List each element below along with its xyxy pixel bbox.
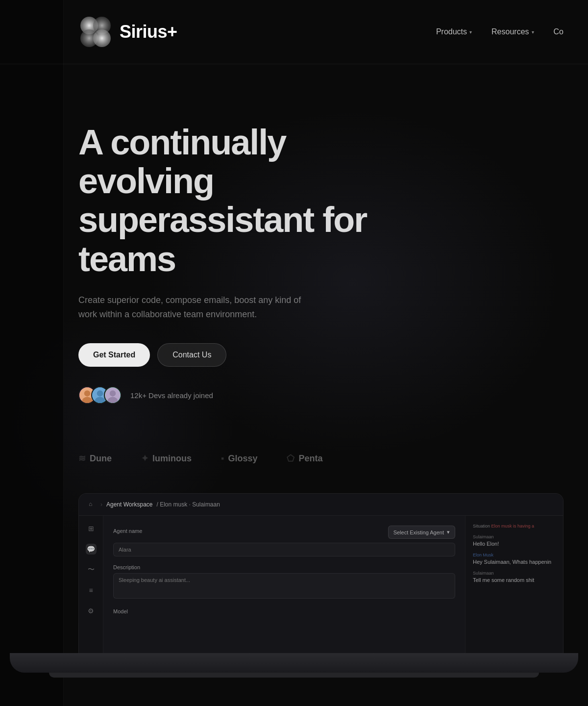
navbar: Sirius+ Products ▾ Resources ▾ Co <box>0 0 588 64</box>
social-proof: 12k+ Devs already joined <box>78 386 510 404</box>
sidebar-grid-icon[interactable]: ⊞ <box>86 523 97 534</box>
nav-company[interactable]: Co <box>554 27 564 36</box>
sidebar-settings-icon[interactable]: ⚙ <box>86 605 97 616</box>
avatar <box>104 386 122 404</box>
brand-luminous: ✦ luminous <box>141 453 192 464</box>
contact-us-button[interactable]: Contact Us <box>157 343 226 367</box>
select-existing-agent-button[interactable]: Select Existing Agent ▾ <box>388 526 455 539</box>
hero-subtitle: Create superior code, compose emails, bo… <box>78 293 314 322</box>
situation-label: Situation <box>473 524 491 529</box>
chat-message-3: Sulaimaan Tell me some random shit <box>473 571 556 583</box>
luminous-icon: ✦ <box>141 453 148 464</box>
home-icon: ⌂ <box>89 501 97 508</box>
description-input[interactable] <box>113 573 455 599</box>
social-proof-text: 12k+ Devs already joined <box>130 391 213 400</box>
get-started-button[interactable]: Get Started <box>78 343 150 367</box>
breadcrumb-path: / Elon musk · Sulaimaan <box>157 501 220 508</box>
glossy-icon: ▪ <box>221 454 224 464</box>
chat-sender-name: Sulaimaan <box>473 534 556 539</box>
chevron-down-icon: ▾ <box>469 29 472 35</box>
model-label: Model <box>113 608 455 614</box>
hero-title: A continually evolving superassistant fo… <box>78 123 421 278</box>
description-label: Description <box>113 564 455 570</box>
situation-text: Elon musk is having a <box>491 524 535 529</box>
agent-name-input[interactable] <box>113 543 455 556</box>
laptop-bezel <box>10 653 578 673</box>
app-breadcrumb: ⌂ › Agent Workspace / Elon musk · Sulaim… <box>79 494 563 516</box>
chevron-down-icon: ▾ <box>532 29 534 35</box>
chevron-down-icon: ▾ <box>447 529 450 535</box>
sidebar-chart-icon[interactable]: 〜 <box>86 564 97 575</box>
cta-buttons: Get Started Contact Us <box>78 343 510 367</box>
svg-point-11 <box>110 391 116 397</box>
nav-products[interactable]: Products ▾ <box>436 27 472 36</box>
chat-situation: Situation Elon musk is having a <box>473 523 556 529</box>
penta-icon: ⬠ <box>287 453 294 464</box>
chat-panel: Situation Elon musk is having a Sulaimaa… <box>465 516 563 653</box>
chat-sender-name: Sulaimaan <box>473 571 556 576</box>
nav-links: Products ▾ Resources ▾ Co <box>436 27 564 36</box>
sidebar-chat-icon[interactable]: 💬 <box>86 544 97 555</box>
sidebar-list-icon[interactable]: ≡ <box>86 585 97 596</box>
agent-name-row: Agent name Select Existing Agent ▾ <box>113 526 455 539</box>
app-body: ⊞ 💬 〜 ≡ ⚙ Agent name Select Existing Age… <box>79 516 563 653</box>
logo-icon <box>78 15 113 49</box>
chat-text: Tell me some random shit <box>473 577 556 583</box>
chat-text: Hey Sulaimaan, Whats happenin <box>473 559 556 565</box>
brand-penta: ⬠ Penta <box>287 453 322 464</box>
app-preview: ⌂ › Agent Workspace / Elon musk · Sulaim… <box>78 493 564 653</box>
chat-message-1: Sulaimaan Hello Elon! <box>473 534 556 547</box>
agent-name-group <box>113 543 455 556</box>
description-group: Description <box>113 564 455 601</box>
nav-resources[interactable]: Resources ▾ <box>491 27 534 36</box>
agent-name-label: Agent name <box>113 528 142 534</box>
breadcrumb-separator: › <box>100 501 102 508</box>
avatars <box>78 386 117 404</box>
brand-dune: ≋ Dune <box>78 453 112 464</box>
breadcrumb-workspace: Agent Workspace <box>106 501 153 508</box>
chat-sender-name: Elon Musk <box>473 553 556 557</box>
dune-icon: ≋ <box>78 453 86 464</box>
logo-text: Sirius+ <box>120 22 177 42</box>
app-sidebar: ⊞ 💬 〜 ≡ ⚙ <box>79 516 103 653</box>
chat-message-2: Elon Musk Hey Sulaimaan, Whats happenin <box>473 553 556 565</box>
brand-glossy: ▪ Glossy <box>221 454 257 464</box>
svg-point-8 <box>97 391 103 397</box>
brands-section: ≋ Dune ✦ luminous ▪ Glossy ⬠ Penta <box>0 433 588 483</box>
chat-text: Hello Elon! <box>473 541 556 547</box>
hero-section: A continually evolving superassistant fo… <box>0 64 588 433</box>
laptop-foot <box>49 673 539 678</box>
svg-point-5 <box>84 391 90 397</box>
app-main-panel: Agent name Select Existing Agent ▾ Descr… <box>103 516 465 653</box>
logo-area: Sirius+ <box>78 15 177 49</box>
